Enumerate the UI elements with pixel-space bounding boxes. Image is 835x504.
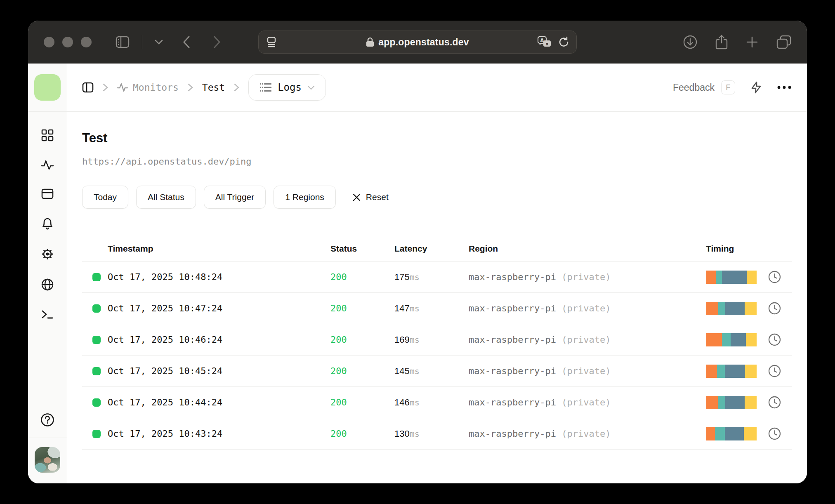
user-avatar[interactable] — [35, 447, 60, 473]
timing-segment-transfer — [745, 396, 757, 409]
clock-icon[interactable] — [768, 396, 781, 409]
clock-icon[interactable] — [768, 302, 781, 315]
share-icon[interactable] — [715, 35, 728, 49]
log-timestamp: Oct 17, 2025 10:43:24 — [108, 429, 330, 439]
browser-window: app.openstatus.dev A x — [28, 21, 807, 483]
log-status-code: 200 — [330, 272, 394, 282]
help-circle-icon[interactable] — [40, 413, 54, 427]
breadcrumb-separator-icon — [234, 83, 239, 92]
workspace-logo[interactable] — [34, 74, 61, 101]
app-sidebar — [28, 64, 67, 483]
log-region: max-raspberry-pi (private) — [469, 397, 706, 407]
timing-segment-ttfb — [725, 396, 745, 409]
back-icon[interactable] — [183, 36, 190, 48]
sidebar-toggle-icon[interactable] — [116, 36, 130, 48]
clock-icon[interactable] — [768, 333, 781, 346]
globe-icon[interactable] — [41, 278, 54, 291]
more-horizontal-icon[interactable] — [777, 86, 791, 89]
timing-segment-connect — [715, 427, 725, 440]
log-region: max-raspberry-pi (private) — [469, 366, 706, 376]
column-header-status[interactable]: Status — [330, 244, 394, 254]
logs-view-selector[interactable]: Logs — [248, 74, 326, 101]
page-settings-icon[interactable] — [265, 37, 278, 47]
address-bar[interactable]: app.openstatus.dev A x — [258, 31, 577, 54]
timing-segment-connect — [717, 365, 725, 378]
log-timestamp: Oct 17, 2025 10:46:24 — [108, 334, 330, 345]
clock-icon[interactable] — [768, 427, 781, 440]
log-row[interactable]: Oct 17, 2025 10:47:24 200 147ms max-rasp… — [82, 293, 792, 324]
log-row[interactable]: Oct 17, 2025 10:46:24 200 169ms max-rasp… — [82, 324, 792, 356]
breadcrumb-monitors[interactable]: Monitors — [117, 82, 179, 93]
column-header-region[interactable]: Region — [469, 244, 706, 254]
new-tab-icon[interactable] — [746, 36, 758, 48]
timing-segment-dns — [706, 396, 718, 409]
timing-segment-connect — [718, 302, 725, 315]
log-latency: 145ms — [394, 366, 469, 377]
reset-label: Reset — [366, 192, 389, 202]
log-row[interactable]: Oct 17, 2025 10:48:24 200 175ms max-rasp… — [82, 261, 792, 293]
status-ok-dot — [92, 367, 101, 375]
download-icon[interactable] — [683, 35, 697, 49]
zap-icon[interactable] — [751, 81, 762, 94]
bell-notifications-icon[interactable] — [42, 217, 53, 230]
feedback-button[interactable]: Feedback F — [673, 80, 735, 94]
log-status-code: 200 — [330, 397, 394, 407]
gear-settings-icon[interactable] — [41, 248, 54, 260]
log-row[interactable]: Oct 17, 2025 10:44:24 200 146ms max-rasp… — [82, 387, 792, 418]
activity-monitors-icon[interactable] — [41, 160, 54, 170]
column-header-timing[interactable]: Timing — [706, 244, 792, 254]
minimize-window-button[interactable] — [62, 37, 73, 47]
timing-segment-ttfb — [731, 333, 746, 346]
tab-overview-icon[interactable] — [776, 35, 791, 49]
logs-view-label: Logs — [278, 82, 302, 93]
panel-status-page-icon[interactable] — [41, 188, 54, 199]
log-timestamp: Oct 17, 2025 10:44:24 — [108, 397, 330, 407]
translate-icon[interactable]: A x — [538, 36, 552, 48]
column-header-latency[interactable]: Latency — [394, 244, 469, 254]
timing-segment-connect — [716, 271, 722, 284]
reset-filters-button[interactable]: Reset — [353, 192, 389, 202]
panel-toggle-icon[interactable] — [82, 82, 94, 93]
logs-table: Timestamp Status Latency Region Timing O… — [82, 236, 792, 450]
log-row[interactable]: Oct 17, 2025 10:43:24 200 130ms max-rasp… — [82, 418, 792, 450]
log-row[interactable]: Oct 17, 2025 10:45:24 200 145ms max-rasp… — [82, 356, 792, 387]
list-icon — [259, 82, 272, 92]
log-status-code: 200 — [330, 366, 394, 376]
log-region: max-raspberry-pi (private) — [469, 303, 706, 313]
log-status-code: 200 — [330, 429, 394, 439]
column-header-timestamp[interactable]: Timestamp — [108, 244, 330, 254]
filter-trigger-button[interactable]: All Trigger — [204, 186, 266, 209]
clock-icon[interactable] — [768, 365, 781, 377]
filter-date-button[interactable]: Today — [82, 186, 128, 209]
timing-segment-transfer — [747, 271, 757, 284]
log-timestamp: Oct 17, 2025 10:47:24 — [108, 303, 330, 313]
filter-bar: Today All Status All Trigger 1 Regions R… — [82, 186, 792, 209]
monitor-endpoint-url: https://api.openstatus.dev/ping — [82, 156, 792, 167]
timing-segment-ttfb — [725, 427, 744, 440]
timing-segment-dns — [706, 302, 718, 315]
toolbar-divider — [142, 35, 142, 49]
chevron-down-icon[interactable] — [155, 40, 163, 45]
logs-table-header: Timestamp Status Latency Region Timing — [82, 236, 792, 261]
feedback-label: Feedback — [673, 82, 715, 93]
zoom-window-button[interactable] — [81, 37, 92, 47]
log-region: max-raspberry-pi (private) — [469, 429, 706, 439]
close-window-button[interactable] — [44, 37, 54, 47]
activity-icon — [117, 83, 128, 92]
log-latency: 175ms — [394, 272, 469, 283]
reload-icon[interactable] — [558, 36, 570, 48]
status-ok-dot — [92, 273, 101, 281]
grid-dashboard-icon[interactable] — [41, 129, 54, 141]
page-title: Test — [82, 131, 792, 146]
timing-bar — [706, 333, 757, 346]
breadcrumb-monitor-name[interactable]: Test — [202, 82, 225, 93]
timing-segment-dns — [706, 271, 716, 284]
app-header: Monitors Test — [67, 64, 807, 112]
filter-regions-button[interactable]: 1 Regions — [274, 186, 336, 209]
timing-segment-connect — [718, 396, 725, 409]
filter-status-button[interactable]: All Status — [136, 186, 196, 209]
timing-segment-ttfb — [722, 271, 747, 284]
terminal-cli-icon[interactable] — [41, 309, 54, 320]
clock-icon[interactable] — [768, 271, 781, 283]
forward-icon[interactable] — [213, 36, 221, 48]
